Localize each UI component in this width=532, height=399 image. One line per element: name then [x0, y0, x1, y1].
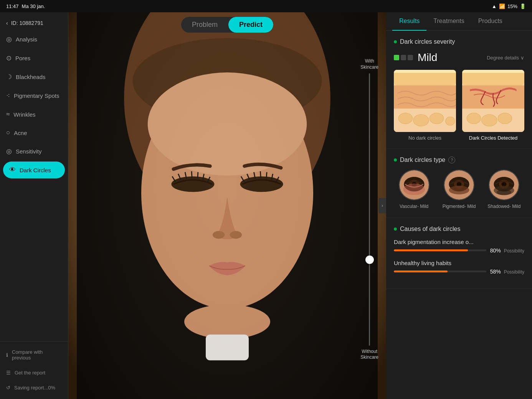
pigmented-svg: [444, 170, 474, 200]
sidebar-label-analysis: Analysis: [16, 36, 37, 43]
cause-item-1: Dark pigmentation increase o... 80% Poss…: [394, 239, 524, 254]
sidebar-item-pores[interactable]: ⊙ Pores: [0, 49, 68, 68]
skin-image-no-circles: No dark circles: [394, 70, 456, 141]
sidebar-item-wrinkles[interactable]: ≈ Wrinkles: [0, 105, 68, 124]
report-label: Get the report: [15, 370, 45, 376]
sidebar-item-pigmentary-spots[interactable]: ⁖ Pigmentary Spots: [0, 86, 68, 105]
collapse-arrow[interactable]: ›: [378, 198, 386, 213]
sensitivity-icon: ◎: [6, 147, 12, 155]
svg-point-6: [148, 73, 307, 176]
blackheads-icon: ☽: [6, 73, 12, 81]
severity-level: Mild: [418, 51, 437, 64]
status-date: Ma 30 jan.: [22, 3, 45, 9]
svg-point-32: [413, 114, 429, 126]
sidebar-item-dark-circles[interactable]: 👁 Dark Circles: [3, 162, 65, 178]
severity-title-text: Dark circles severity: [400, 38, 455, 45]
back-button[interactable]: ‹ ID: 10882791: [0, 16, 68, 30]
dark-circles-icon: 👁: [9, 166, 16, 174]
svg-line-20: [266, 172, 267, 179]
status-time: 11:47: [6, 3, 19, 9]
eye-type-pigmented: Pigmented- Mild: [439, 170, 479, 210]
pigmented-label: Pigmented- Mild: [443, 203, 476, 210]
sidebar-item-sensitivity[interactable]: ◎ Sensitivity: [0, 142, 68, 161]
compare-icon: ℹ: [6, 352, 8, 358]
cause-percent-2: 58% Possibility: [490, 269, 524, 275]
image-slider[interactable]: WithSkincare WithoutSkincare: [360, 58, 378, 361]
slider-thumb[interactable]: [365, 256, 374, 264]
svg-point-34: [446, 117, 455, 125]
type-title-text: Dark circles type: [400, 157, 445, 163]
sidebar-bottom: ℹ Compare with previous ☰ Get the report…: [0, 341, 68, 395]
report-button[interactable]: ☰ Get the report: [0, 365, 68, 380]
report-icon: ☰: [6, 370, 11, 376]
svg-point-53: [449, 186, 469, 195]
battery-icon: 🔋: [520, 3, 526, 9]
sidebar-label-pores: Pores: [15, 55, 30, 61]
svg-rect-35: [394, 70, 456, 73]
cause-percent-1: 80% Possibility: [490, 247, 524, 254]
cause-bar-track-1: [394, 249, 486, 251]
cause-item-2: Unhealthy living habits 58% Possibility: [394, 260, 524, 275]
svg-point-7: [171, 176, 214, 192]
svg-rect-26: [206, 335, 249, 360]
severity-dot-1: [394, 55, 399, 60]
no-circles-diagram: [394, 70, 456, 132]
svg-point-42: [498, 113, 512, 124]
type-title: Dark circles type ?: [394, 157, 524, 163]
svg-line-11: [192, 171, 192, 178]
vascular-label: Vascular- Mild: [400, 203, 428, 210]
sidebar-item-analysis[interactable]: ◎ Analysis: [0, 30, 68, 49]
tab-treatments[interactable]: Treatments: [426, 12, 471, 31]
tab-results[interactable]: Results: [392, 12, 426, 31]
compare-button[interactable]: ℹ Compare with previous: [0, 345, 68, 365]
sidebar-label-dark-circles: Dark Circles: [20, 167, 51, 173]
eye-type-vascular: Vascular- Mild: [394, 170, 434, 210]
svg-rect-43: [462, 70, 524, 73]
face-image: [68, 12, 386, 399]
eye-types: Vascular- Mild: [394, 170, 524, 210]
causes-dot: [394, 228, 397, 231]
wifi-icon: 📶: [499, 3, 505, 9]
causes-title: Causes of dark circles: [394, 226, 524, 232]
pigmented-circle: [444, 170, 474, 200]
signal-icon: ▲: [492, 3, 497, 9]
cause-bar-row-2: 58% Possibility: [394, 269, 524, 275]
problem-button[interactable]: Problem: [181, 17, 228, 33]
svg-point-59: [497, 189, 511, 195]
severity-title: Dark circles severity: [394, 38, 524, 45]
sidebar-label-blackheads: Blackheads: [16, 74, 46, 80]
help-icon[interactable]: ?: [448, 157, 455, 163]
sidebar-item-acne[interactable]: ○ Acne: [0, 124, 68, 142]
skin-images: No dark circles: [394, 70, 524, 141]
slider-top-label: WithSkincare: [360, 58, 378, 70]
degree-details-chevron: ∨: [520, 55, 524, 61]
sidebar-label-acne: Acne: [14, 130, 27, 136]
sidebar-item-blackheads[interactable]: ☽ Blackheads: [0, 68, 68, 86]
cause-bar-track-2: [394, 270, 486, 272]
problem-predict-switcher: Problem Predict: [181, 17, 273, 33]
saving-status: ↺ Saving report...0%: [0, 380, 68, 395]
sidebar-label-sensitivity: Sensitivity: [16, 148, 42, 155]
analysis-icon: ◎: [6, 35, 12, 43]
svg-point-33: [430, 113, 443, 124]
svg-point-15: [240, 176, 283, 192]
tab-products[interactable]: Products: [471, 12, 509, 31]
skin-image-circles: Dark Circles Detected: [462, 70, 524, 141]
predict-button[interactable]: Predict: [228, 17, 273, 33]
back-icon: ‹: [6, 20, 8, 26]
causes-title-text: Causes of dark circles: [400, 226, 460, 232]
vascular-svg: [400, 170, 429, 200]
severity-dot-2: [401, 55, 406, 60]
causes-section: Causes of dark circles Dark pigmentation…: [386, 218, 532, 289]
severity-dot-3: [408, 55, 413, 60]
slider-track[interactable]: [369, 73, 370, 346]
pigmentary-icon: ⁖: [6, 92, 10, 100]
battery-level: 15%: [507, 3, 517, 9]
degree-details-button[interactable]: Degree details ∨: [487, 55, 524, 61]
image-header: Problem Predict: [68, 12, 386, 37]
shadowed-svg: [489, 170, 519, 200]
severity-section: Dark circles severity Mild Degree detail…: [386, 31, 532, 149]
sidebar-label-wrinkles: Wrinkles: [13, 111, 35, 118]
svg-point-40: [467, 113, 481, 124]
eye-type-shadowed: Shadowed- Mild: [484, 170, 524, 210]
